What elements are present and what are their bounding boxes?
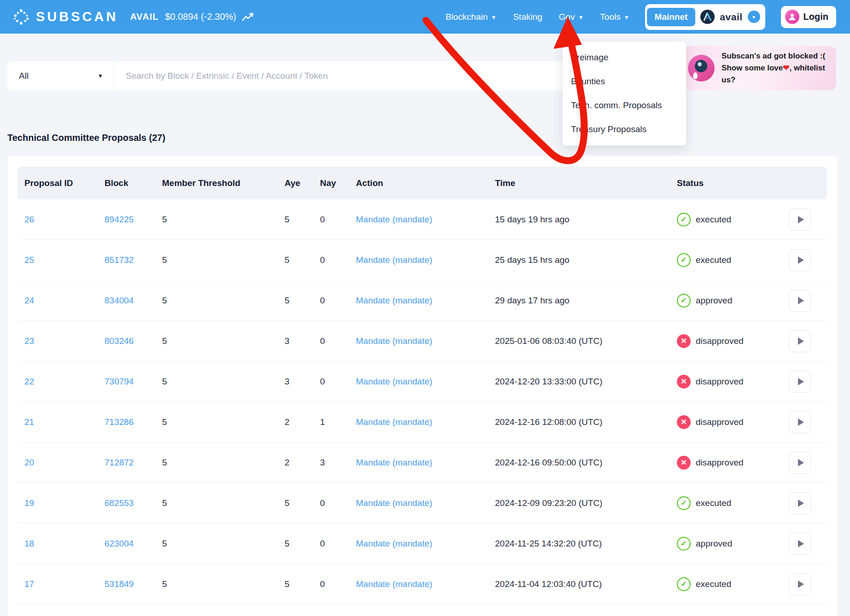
row-expand-button[interactable] (789, 533, 811, 555)
row-expand-button[interactable] (789, 330, 811, 352)
member-threshold-value: 5 (162, 255, 167, 265)
nav-item-gov[interactable]: Gov▼ (559, 12, 584, 22)
action-link[interactable]: Mandate (mandate) (356, 417, 432, 427)
column-header-aye: Aye (285, 178, 300, 188)
menu-item-tech-comm-proposals[interactable]: Tech. comm. Proposals (563, 93, 686, 117)
action-link[interactable]: Mandate (mandate) (356, 255, 432, 265)
status-icon: × (677, 375, 691, 389)
menu-item-bounties[interactable]: Bounties (563, 70, 686, 93)
proposal-id-link[interactable]: 19 (24, 498, 34, 508)
proposal-id-link[interactable]: 26 (24, 215, 34, 225)
heart-icon: ❤ (783, 64, 789, 72)
ad-blocked-banner: Subscan's ad got blocked :( Show some lo… (681, 46, 836, 90)
column-header-member-threshold: Member Threshold (162, 178, 240, 188)
action-link[interactable]: Mandate (mandate) (356, 336, 432, 346)
menu-item-treasury-proposals[interactable]: Treasury Proposals (563, 117, 686, 141)
action-link[interactable]: Mandate (mandate) (356, 215, 432, 225)
proposal-id-link[interactable]: 17 (24, 579, 34, 589)
nav-item-label: Gov (559, 12, 575, 22)
nay-value: 0 (320, 255, 325, 265)
status-icon: × (677, 334, 691, 348)
action-link[interactable]: Mandate (mandate) (356, 579, 432, 589)
table-row-partial: Mandate (mandate) (17, 604, 827, 616)
status-icon: ✓ (677, 213, 691, 227)
block-link[interactable]: 712872 (105, 458, 134, 468)
block-link[interactable]: 713286 (105, 417, 134, 427)
search-filter-select[interactable]: All ▼ (7, 61, 114, 91)
block-link[interactable]: 531849 (105, 579, 134, 589)
member-threshold-value: 5 (162, 377, 167, 387)
nav-item-label: Blockchain (445, 12, 488, 22)
action-link[interactable]: Mandate (mandate) (356, 498, 432, 508)
nav-item-staking[interactable]: Staking (513, 12, 542, 22)
row-expand-button[interactable] (789, 371, 811, 393)
status-label: executed (696, 498, 731, 508)
aye-value: 5 (285, 498, 290, 508)
chevron-down-icon[interactable]: ▾ (748, 11, 760, 23)
action-link[interactable]: Mandate (mandate) (356, 458, 432, 468)
column-header-time: Time (495, 178, 515, 188)
proposal-id-link[interactable]: 22 (24, 377, 34, 387)
proposal-id-link[interactable]: 24 (24, 296, 34, 306)
price-chart-icon[interactable] (242, 12, 254, 22)
proposal-id-link[interactable]: 18 (24, 539, 34, 549)
status-label: executed (696, 579, 731, 589)
block-link[interactable]: 682553 (105, 498, 134, 508)
block-link[interactable]: 894225 (105, 215, 134, 225)
row-expand-button[interactable] (789, 492, 811, 514)
block-link[interactable]: 730794 (105, 377, 134, 387)
network-name: avail (720, 12, 742, 23)
block-link[interactable]: 803246 (105, 336, 134, 346)
row-expand-button[interactable] (789, 573, 811, 595)
mainnet-button[interactable]: Mainnet (647, 8, 696, 26)
block-link[interactable]: 834004 (105, 296, 134, 306)
status-icon: ✓ (677, 253, 691, 267)
play-icon (798, 418, 804, 426)
row-expand-button[interactable] (789, 290, 811, 312)
table-row: 20 712872 5 2 3 Mandate (mandate) 2024-1… (17, 442, 827, 483)
action-link[interactable]: Mandate (mandate) (356, 539, 432, 549)
aye-value: 5 (285, 296, 290, 306)
action-link[interactable]: Mandate (mandate) (356, 296, 432, 306)
proposal-id-link[interactable]: 23 (24, 336, 34, 346)
block-link[interactable]: 851732 (105, 255, 134, 265)
member-threshold-value: 5 (162, 296, 167, 306)
nay-value: 0 (320, 336, 325, 346)
ad-banner-text: Subscan's ad got blocked :( Show some lo… (722, 50, 836, 86)
table-row: 24 834004 5 5 0 Mandate (mandate) 29 day… (17, 280, 827, 321)
table-row: 23 803246 5 3 0 Mandate (mandate) 2025-0… (17, 321, 827, 361)
block-link[interactable]: 623004 (105, 539, 134, 549)
row-expand-button[interactable] (789, 209, 811, 231)
column-header-action: Action (356, 178, 383, 188)
nay-value: 0 (320, 377, 325, 387)
row-expand-button[interactable] (789, 249, 811, 271)
proposal-id-link[interactable]: 21 (24, 417, 34, 427)
nay-value: 1 (320, 417, 325, 427)
member-threshold-value: 5 (162, 458, 167, 468)
time-value: 2024-11-04 12:03:40 (UTC) (495, 579, 602, 589)
aye-value: 2 (285, 458, 290, 468)
menu-item-preimage[interactable]: Preimage (563, 46, 686, 70)
play-icon (798, 216, 804, 223)
row-expand-button[interactable] (789, 411, 811, 433)
status-icon: × (677, 456, 691, 470)
nay-value: 0 (320, 498, 325, 508)
brand-group: SUBSCAN AVAIL $0.0894 (-2.30%) (13, 0, 254, 34)
row-expand-button[interactable] (789, 452, 811, 474)
column-header-block: Block (105, 178, 128, 188)
time-value: 2024-12-09 09:23:20 (UTC) (495, 498, 602, 508)
main-nav: Blockchain▼StakingGov▼Tools▼ (445, 12, 629, 22)
aye-value: 3 (285, 377, 290, 387)
action-link[interactable]: Mandate (mandate) (356, 377, 432, 387)
login-button[interactable]: Login (781, 6, 836, 28)
status-badge: ✓ executed (677, 496, 731, 510)
time-value: 2025-01-06 08:03:40 (UTC) (495, 336, 602, 346)
network-selector[interactable]: Mainnet avail ▾ (645, 4, 765, 30)
proposal-id-link[interactable]: 25 (24, 255, 34, 265)
nav-item-blockchain[interactable]: Blockchain▼ (445, 12, 496, 22)
column-header-proposal-id: Proposal ID (24, 178, 73, 188)
nav-item-tools[interactable]: Tools▼ (600, 12, 629, 22)
table-row: 18 623004 5 5 0 Mandate (mandate) 2024-1… (17, 523, 827, 564)
proposal-id-link[interactable]: 20 (24, 458, 34, 468)
aye-value: 5 (285, 579, 290, 589)
